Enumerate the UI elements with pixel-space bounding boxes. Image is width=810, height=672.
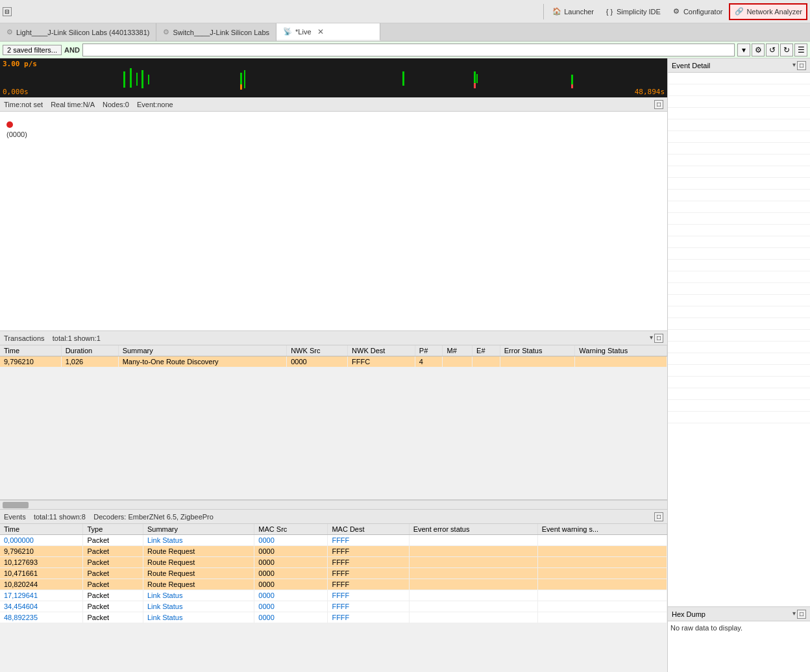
list-item[interactable]: 17,129641PacketLink Status0000FFFF — [0, 590, 667, 601]
simplicity-btn[interactable]: { } Simplicity IDE — [600, 5, 665, 19]
transactions-table: Time Duration Summary NWK Src NWK Dest P… — [0, 345, 667, 367]
launcher-btn[interactable]: 🏠 Launcher — [548, 5, 598, 19]
main-layout: 3.00 p/s 0,000s 48,894s — [0, 58, 810, 672]
network-analyzer-btn[interactable]: 🔗 Network Analyzer — [729, 3, 807, 20]
configurator-icon: ⚙ — [671, 6, 681, 17]
transactions-header: Transactions total:1 shown:1 ▾ □ — [0, 331, 667, 345]
table-row[interactable]: 9,7962101,026Many-to-One Route Discovery… — [0, 356, 667, 367]
col-duration: Duration — [61, 345, 118, 356]
detail-row-20 — [668, 295, 810, 306]
detail-row-11 — [668, 190, 810, 201]
filter-refresh-btn[interactable]: ↺ — [766, 44, 779, 56]
detail-row-22 — [668, 318, 810, 330]
events-maximize-btn[interactable]: □ — [654, 512, 663, 521]
filter-input[interactable] — [82, 44, 735, 56]
tab-switch-icon: ⚙ — [163, 28, 169, 36]
transactions-title-text: Transactions — [4, 334, 45, 342]
evt-col-mac-dest: MAC Dest — [328, 524, 409, 535]
evt-col-error: Event error status — [409, 524, 537, 535]
transactions-header-row: Time Duration Summary NWK Src NWK Dest P… — [0, 345, 667, 356]
right-panel: Event Detail ▾ □ — [667, 58, 810, 672]
svg-rect-9 — [476, 74, 478, 83]
svg-rect-3 — [141, 70, 143, 88]
list-item[interactable]: 34,454604PacketLink Status0000FFFF — [0, 601, 667, 612]
transactions-dropdown-btn[interactable]: ▾ — [650, 334, 653, 343]
hex-dump-panel: Hex Dump ▾ □ No raw data to display. — [668, 607, 810, 672]
h-scroll-bar[interactable] — [0, 500, 667, 509]
events-header-row: Time Type Summary MAC Src MAC Dest Event… — [0, 524, 667, 535]
events-table-container[interactable]: Time Type Summary MAC Src MAC Dest Event… — [0, 524, 667, 672]
top-bar: ⊟ 🏠 Launcher { } Simplicity IDE ⚙ Config… — [0, 0, 810, 23]
network-view: Time:not set Real time:N/A Nodes:0 Event… — [0, 97, 667, 331]
event-detail-maximize-btn[interactable]: □ — [797, 61, 806, 70]
list-item[interactable]: 48,892235PacketLink Status0000FFFF — [0, 612, 667, 623]
detail-row-21 — [668, 306, 810, 318]
event-detail-dropdown-btn[interactable]: ▾ — [792, 61, 796, 70]
toolbar-separator-1 — [543, 4, 544, 19]
network-maximize-btn[interactable]: □ — [654, 100, 663, 109]
col-warning-status: Warning Status — [575, 345, 667, 356]
tab-live-close[interactable]: ✕ — [317, 27, 324, 36]
transactions-title: Transactions total:1 shown:1 — [4, 334, 101, 342]
detail-row-6 — [668, 131, 810, 143]
svg-rect-1 — [130, 68, 132, 88]
list-item[interactable]: 10,471661PacketRoute Request0000FFFF — [0, 568, 667, 579]
configurator-btn[interactable]: ⚙ Configurator — [667, 5, 727, 19]
col-e: E# — [472, 345, 500, 356]
hex-dump-dropdown-btn[interactable]: ▾ — [792, 610, 796, 619]
filter-clear-btn[interactable]: ↻ — [780, 44, 793, 56]
network-header-info: Time:not set Real time:N/A Nodes:0 Event… — [4, 101, 173, 108]
tab-light[interactable]: ⚙ Light____J-Link Silicon Labs (44013338… — [0, 23, 156, 41]
detail-row-10 — [668, 178, 810, 190]
evt-col-warning: Event warning s... — [537, 524, 667, 535]
timeline-svg — [0, 58, 667, 97]
svg-rect-7 — [402, 71, 404, 86]
evt-col-mac-src: MAC Src — [254, 524, 328, 535]
detail-row-24 — [668, 342, 810, 353]
timeline: 3.00 p/s 0,000s 48,894s — [0, 58, 667, 97]
svg-rect-0 — [123, 71, 125, 88]
network-content: (0000) — [0, 112, 667, 331]
col-error-status: Error Status — [500, 345, 575, 356]
detail-row-17 — [668, 260, 810, 271]
filter-settings-btn[interactable]: ⚙ — [752, 44, 765, 56]
list-item[interactable]: 0,000000PacketLink Status0000FFFF — [0, 535, 667, 546]
detail-row-27 — [668, 377, 810, 388]
evt-col-summary: Summary — [143, 524, 254, 535]
col-nwk-src: NWK Src — [287, 345, 348, 356]
detail-row-29 — [668, 400, 810, 412]
simplicity-icon: { } — [604, 6, 615, 17]
launcher-label: Launcher — [564, 8, 594, 16]
detail-row-26 — [668, 365, 810, 377]
detail-row-14 — [668, 225, 810, 236]
list-item[interactable]: 10,820244PacketRoute Request0000FFFF — [0, 579, 667, 590]
svg-rect-12 — [474, 83, 476, 88]
detail-row-7 — [668, 143, 810, 155]
hex-dump-header: Hex Dump ▾ □ — [668, 607, 810, 621]
hex-dump-maximize-btn[interactable]: □ — [797, 610, 806, 619]
list-item[interactable]: 9,796210PacketRoute Request0000FFFF — [0, 546, 667, 557]
h-scroll-thumb[interactable] — [3, 502, 29, 508]
svg-rect-4 — [148, 75, 149, 84]
evt-col-type: Type — [83, 524, 143, 535]
tab-switch[interactable]: ⚙ Switch____J-Link Silicon Labs — [156, 23, 276, 41]
transactions-table-container[interactable]: Time Duration Summary NWK Src NWK Dest P… — [0, 345, 667, 499]
transactions-maximize-btn[interactable]: □ — [654, 334, 663, 343]
svg-rect-2 — [136, 73, 138, 86]
tab-live-label: *Live — [295, 28, 311, 36]
and-label: AND — [64, 46, 80, 54]
filter-list-btn[interactable]: ☰ — [794, 44, 807, 56]
restore-btn[interactable]: ⊟ — [3, 7, 12, 16]
detail-row-12 — [668, 201, 810, 213]
tab-live[interactable]: 📡 *Live ✕ — [276, 23, 380, 41]
detail-row-19 — [668, 283, 810, 295]
saved-filters-btn[interactable]: 2 saved filters... — [3, 45, 62, 55]
network-analyzer-label: Network Analyzer — [746, 8, 802, 16]
list-item[interactable]: 10,127693PacketRoute Request0000FFFF — [0, 557, 667, 568]
configurator-label: Configurator — [683, 8, 723, 16]
filter-dropdown-btn[interactable]: ▾ — [737, 44, 750, 56]
svg-rect-6 — [244, 70, 245, 88]
detail-row-28 — [668, 388, 810, 400]
event-detail-controls: ▾ □ — [792, 61, 806, 70]
left-panel: 3.00 p/s 0,000s 48,894s — [0, 58, 667, 672]
